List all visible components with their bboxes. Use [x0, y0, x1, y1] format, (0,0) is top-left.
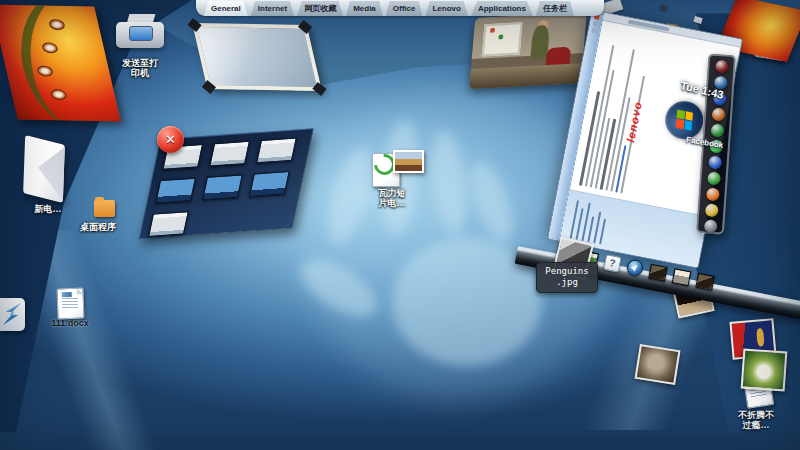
swallow-logo-icon: [3, 303, 21, 325]
tab-8[interactable]: 任务栏: [536, 1, 574, 16]
envelope-flap: [25, 136, 65, 203]
shelf-photo[interactable]: [672, 268, 692, 286]
tab-1[interactable]: General: [204, 1, 248, 16]
flower-photo[interactable]: [741, 349, 788, 392]
tab-label: Media: [353, 5, 376, 13]
desktop-program-label: 桌面程序: [70, 222, 126, 232]
poster-detail: [41, 42, 59, 53]
tooltip-line2: .jpg: [539, 277, 595, 288]
shelf-photo[interactable]: [648, 264, 668, 282]
dock-app-gold-icon[interactable]: [704, 203, 718, 217]
tab-7[interactable]: Applications: [471, 1, 533, 16]
dock-app-gray-icon[interactable]: [703, 219, 717, 233]
document-text-lines: [62, 298, 78, 311]
word-document-notoss-label: 不折腾不 过瘾…: [726, 410, 786, 431]
new-email-label: 新电…: [26, 204, 70, 214]
windows-flag-icon: [676, 110, 693, 131]
new-email-icon[interactable]: [23, 135, 65, 203]
send-to-printer-icon[interactable]: [112, 14, 168, 58]
tab-label: Office: [393, 5, 416, 13]
word-document-111-label: 111.docx: [42, 318, 98, 328]
tab-5[interactable]: Office: [386, 1, 423, 16]
media-label-line1: 瓦力短: [362, 188, 422, 198]
printer-label-line2: 印机: [110, 68, 170, 78]
koala-photo[interactable]: [635, 344, 681, 385]
window-thumbnail[interactable]: [148, 211, 189, 237]
window-thumbnail[interactable]: [256, 137, 297, 163]
dock-app-green-sphere-icon[interactable]: [710, 124, 724, 138]
dock-app-leaf-icon[interactable]: [707, 171, 721, 185]
category-tab-bar: GeneralInternet网页收藏MediaOfficeLenovoAppl…: [196, 0, 604, 16]
printer-screen: [129, 26, 153, 41]
tab-label: 网页收藏: [304, 5, 336, 13]
thunder-app-icon[interactable]: [0, 298, 25, 331]
tab-6[interactable]: Lenovo: [425, 1, 467, 16]
document-thumbnail: [62, 292, 72, 297]
send-to-printer-label: 发送至打 印机: [110, 58, 170, 79]
office-photo[interactable]: [469, 12, 587, 89]
tooltip-line1: Penguins: [539, 266, 595, 277]
poster-detail: [36, 66, 54, 77]
window-thumbnail[interactable]: [249, 171, 290, 197]
word-document-111-icon[interactable]: [56, 288, 84, 320]
dock-app-orange-ball-icon[interactable]: [706, 187, 720, 201]
window-thumbnail[interactable]: [202, 174, 243, 200]
new-email-label-text: 新电…: [26, 204, 70, 214]
printer-label-line1: 发送至打: [110, 58, 170, 68]
desktop-3d-room: GeneralInternet网页收藏MediaOfficeLenovoAppl…: [0, 0, 800, 450]
close-icon: ✕: [165, 133, 176, 146]
dock-app-amber-icon[interactable]: [711, 108, 725, 122]
desktop-program-label-text: 桌面程序: [70, 222, 126, 232]
tab-label: Applications: [478, 5, 526, 13]
tab-4[interactable]: Media: [346, 1, 383, 16]
tab-label: 任务栏: [543, 5, 567, 13]
penguins-filename-tooltip: Penguins .jpg: [536, 262, 598, 293]
shelf-photo[interactable]: [695, 273, 715, 291]
poster-detail: [50, 89, 68, 100]
close-group-button[interactable]: ✕: [157, 126, 184, 153]
tab-label: Lenovo: [432, 5, 460, 13]
whiteboard-gloss: [197, 27, 317, 87]
desktop-program-icon[interactable]: [94, 200, 115, 217]
whiteboard-widget[interactable]: [192, 23, 322, 91]
window-thumbnail[interactable]: [209, 141, 250, 167]
minimize-button[interactable]: [591, 28, 597, 34]
tab-label: General: [211, 5, 241, 13]
tab-2[interactable]: Internet: [251, 1, 294, 16]
media-file-label: 瓦力短 片电…: [362, 188, 422, 209]
icon-compass[interactable]: [626, 258, 645, 277]
poster-detail: [48, 19, 66, 30]
small-item[interactable]: [660, 4, 668, 10]
dock-app-azure-icon[interactable]: [708, 156, 722, 170]
notoss-label-line2: 过瘾…: [726, 420, 786, 430]
media-file-icon[interactable]: [372, 150, 422, 188]
tab-label: Internet: [258, 5, 287, 13]
icon-question[interactable]: ?: [603, 254, 622, 273]
maximize-button[interactable]: [593, 21, 599, 27]
media-file-thumbnail: [393, 150, 424, 173]
tab-bar-tabs: GeneralInternet网页收藏MediaOfficeLenovoAppl…: [204, 1, 596, 16]
tab-3[interactable]: 网页收藏: [297, 1, 343, 16]
media-label-line2: 片电…: [362, 198, 422, 208]
window-thumbnail[interactable]: [155, 178, 196, 204]
photo-whiteboard: [482, 22, 522, 57]
doc-111-label-text: 111.docx: [42, 318, 98, 328]
notoss-label-line1: 不折腾不: [726, 410, 786, 420]
windows-orb-logo-icon: [662, 98, 707, 143]
dock-app-red-sphere-icon[interactable]: [714, 60, 728, 74]
